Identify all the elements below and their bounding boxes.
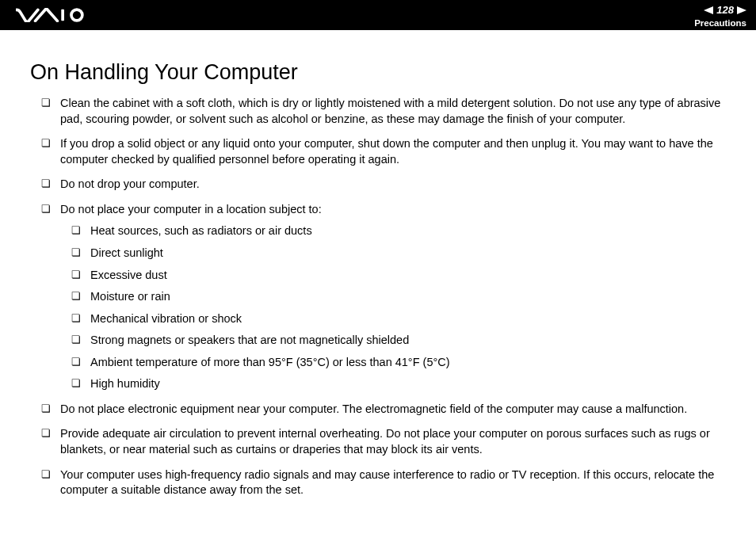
list-item-text: Do not drop your computer. — [60, 177, 200, 190]
svg-rect-0 — [61, 10, 64, 21]
svg-marker-3 — [737, 6, 746, 14]
section-label: Precautions — [694, 18, 746, 28]
list-item-text: Provide adequate air circulation to prev… — [60, 427, 710, 456]
page-title: On Handling Your Computer — [30, 60, 726, 85]
sub-list: Heat sources, such as radiators or air d… — [60, 223, 726, 392]
page-header: 128 Precautions — [0, 0, 756, 30]
list-item: If you drop a solid object or any liquid… — [41, 136, 726, 167]
list-item-text: Your computer uses high-frequency radio … — [60, 468, 714, 497]
next-page-icon[interactable] — [737, 3, 746, 17]
list-item: Do not place electronic equipment near y… — [41, 402, 726, 418]
list-item: Provide adequate air circulation to prev… — [41, 426, 726, 457]
page-nav: 128 Precautions — [694, 3, 746, 28]
sub-list-item: Excessive dust — [71, 268, 726, 284]
list-item-text: Do not place electronic equipment near y… — [60, 402, 687, 415]
list-item: Clean the cabinet with a soft cloth, whi… — [41, 96, 726, 127]
sub-list-item: Ambient temperature of more than 95°F (3… — [71, 355, 726, 371]
bullet-list: Clean the cabinet with a soft cloth, whi… — [30, 96, 726, 498]
sub-list-item: Direct sunlight — [71, 246, 726, 261]
sub-list-item: Moisture or rain — [71, 289, 726, 305]
svg-marker-2 — [704, 6, 713, 14]
sub-list-item: Strong magnets or speakers that are not … — [71, 333, 726, 349]
svg-point-1 — [71, 10, 82, 21]
sub-list-item: High humidity — [71, 376, 726, 392]
sub-list-item: Heat sources, such as radiators or air d… — [71, 223, 726, 239]
prev-page-icon[interactable] — [704, 3, 713, 17]
list-item: Do not drop your computer. — [41, 177, 726, 193]
list-item-text: If you drop a solid object or any liquid… — [60, 137, 713, 166]
sub-list-item: Mechanical vibration or shock — [71, 311, 726, 327]
list-item-text: Do not place your computer in a location… — [60, 203, 322, 216]
page-number: 128 — [716, 4, 734, 16]
list-item: Your computer uses high-frequency radio … — [41, 467, 726, 498]
vaio-logo — [16, 8, 87, 22]
page-content: On Handling Your Computer Clean the cabi… — [0, 30, 756, 498]
list-item-text: Clean the cabinet with a soft cloth, whi… — [60, 97, 720, 125]
list-item: Do not place your computer in a location… — [41, 202, 726, 392]
